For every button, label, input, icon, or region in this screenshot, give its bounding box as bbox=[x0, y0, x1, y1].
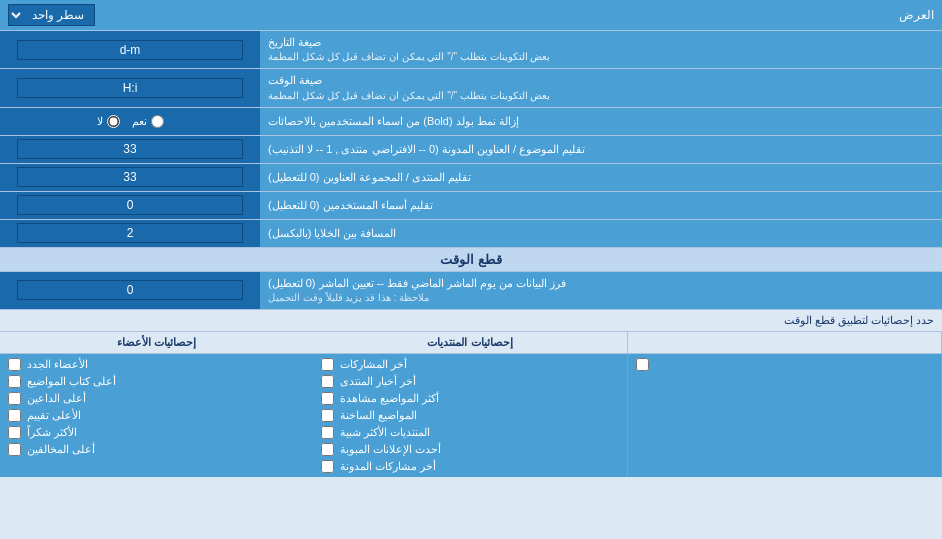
cell-spacing-input-container bbox=[0, 220, 260, 247]
checkbox-label: أعلى الداعين bbox=[27, 392, 86, 405]
time-cutoff-input[interactable] bbox=[17, 280, 244, 300]
col2-checkbox-3[interactable] bbox=[321, 409, 334, 422]
date-format-input-container bbox=[0, 31, 260, 68]
list-item: الأكثر شكراً bbox=[8, 424, 305, 441]
col2-checkbox-1[interactable] bbox=[321, 375, 334, 388]
time-format-label: صيغة الوقت بعض التكوينات يتطلب "/" التي … bbox=[260, 69, 942, 106]
topic-title-label: تقليم الموضوع / العناوين المدونة (0 -- ا… bbox=[260, 136, 942, 163]
col1-checkbox-3[interactable] bbox=[8, 409, 21, 422]
checkbox-label: أعلى كتاب المواضيع bbox=[27, 375, 116, 388]
col2-checkbox-5[interactable] bbox=[321, 443, 334, 456]
checkbox-label: المواضيع الساخنة bbox=[340, 409, 417, 422]
usernames-input-container bbox=[0, 192, 260, 219]
time-format-input[interactable] bbox=[17, 78, 244, 98]
bold-remove-row: إزالة نمط بولد (Bold) من اسماء المستخدمي… bbox=[0, 108, 942, 136]
col1-checkbox-4[interactable] bbox=[8, 426, 21, 439]
topic-title-row: تقليم الموضوع / العناوين المدونة (0 -- ا… bbox=[0, 136, 942, 164]
list-item: أخر مشاركات المدونة bbox=[321, 458, 618, 475]
checkbox-label: أخر أخبار المنتدى bbox=[340, 375, 416, 388]
col3-header bbox=[628, 332, 942, 353]
date-format-label: صيغة التاريخ بعض التكوينات يتطلب "/" الت… bbox=[260, 31, 942, 68]
checkbox-label: المنتديات الأكثر شبية bbox=[340, 426, 430, 439]
checkbox-label: أخر المشاركات bbox=[340, 358, 407, 371]
checkboxes-body: أخر المشاركات أخر أخبار المنتدى أكثر الم… bbox=[0, 354, 942, 477]
col1-header: إحصائيات الأعضاء bbox=[0, 332, 313, 353]
list-item: الأعلى تقييم bbox=[8, 407, 305, 424]
forum-group-row: تقليم المنتدى / المجموعة العناوين (0 للت… bbox=[0, 164, 942, 192]
bold-remove-label: إزالة نمط بولد (Bold) من اسماء المستخدمي… bbox=[260, 108, 942, 135]
cell-spacing-label: المسافة بين الخلايا (بالبكسل) bbox=[260, 220, 942, 247]
usernames-input[interactable] bbox=[17, 195, 244, 215]
topic-title-input[interactable] bbox=[17, 139, 244, 159]
checkbox-label: الأكثر شكراً bbox=[27, 426, 77, 439]
col2-header: إحصائيات المنتديات bbox=[313, 332, 627, 353]
forum-group-input-container bbox=[0, 164, 260, 191]
date-format-input[interactable] bbox=[17, 40, 244, 60]
list-item: أكثر المواضيع مشاهدة bbox=[321, 390, 618, 407]
list-item: المنتديات الأكثر شبية bbox=[321, 424, 618, 441]
checkbox-label: أحدث الإعلانات المبوبة bbox=[340, 443, 441, 456]
topic-title-input-container bbox=[0, 136, 260, 163]
col1-checkbox-1[interactable] bbox=[8, 375, 21, 388]
time-format-input-container bbox=[0, 69, 260, 106]
time-section-header: قطع الوقت bbox=[0, 248, 942, 272]
bold-yes-radio[interactable] bbox=[151, 115, 164, 128]
list-item: أخر أخبار المنتدى bbox=[321, 373, 618, 390]
checkbox-label: أعلى المخالفين bbox=[27, 443, 95, 456]
usernames-label: تقليم أسماء المستخدمين (0 للتعطيل) bbox=[260, 192, 942, 219]
display-label: العرض bbox=[95, 8, 934, 22]
forum-group-input[interactable] bbox=[17, 167, 244, 187]
bold-yes-label: نعم bbox=[132, 115, 164, 128]
checkbox-label: أكثر المواضيع مشاهدة bbox=[340, 392, 439, 405]
col2-checkboxes: أخر المشاركات أخر أخبار المنتدى أكثر الم… bbox=[313, 354, 627, 477]
checkboxes-header: إحصائيات المنتديات إحصائيات الأعضاء bbox=[0, 332, 942, 354]
bold-no-label: لا bbox=[97, 115, 120, 128]
time-cutoff-row: فرز البيانات من يوم الماشر الماضي فقط --… bbox=[0, 272, 942, 310]
col1-checkbox-0[interactable] bbox=[8, 358, 21, 371]
limit-row: حدد إحصائيات لتطبيق قطع الوقت bbox=[0, 310, 942, 332]
list-item: أعلى كتاب المواضيع bbox=[8, 373, 305, 390]
list-item: الأعضاء الجدد bbox=[8, 356, 305, 373]
cell-spacing-row: المسافة بين الخلايا (بالبكسل) bbox=[0, 220, 942, 248]
display-select[interactable]: سطر واحدسطرينثلاثة أسطر bbox=[8, 4, 95, 26]
list-item: أحدث الإعلانات المبوبة bbox=[321, 441, 618, 458]
col1-checkboxes: الأعضاء الجدد أعلى كتاب المواضيع أعلى ال… bbox=[0, 354, 313, 477]
list-item bbox=[636, 356, 933, 373]
col1-checkbox-5[interactable] bbox=[8, 443, 21, 456]
time-format-row: صيغة الوقت بعض التكوينات يتطلب "/" التي … bbox=[0, 69, 942, 107]
list-item: أعلى الداعين bbox=[8, 390, 305, 407]
col2-checkbox-0[interactable] bbox=[321, 358, 334, 371]
checkbox-label: الأعلى تقييم bbox=[27, 409, 81, 422]
usernames-row: تقليم أسماء المستخدمين (0 للتعطيل) bbox=[0, 192, 942, 220]
bold-no-radio[interactable] bbox=[107, 115, 120, 128]
date-format-row: صيغة التاريخ بعض التكوينات يتطلب "/" الت… bbox=[0, 31, 942, 69]
cell-spacing-input[interactable] bbox=[17, 223, 244, 243]
checkbox-label: أخر مشاركات المدونة bbox=[340, 460, 436, 473]
list-item: أعلى المخالفين bbox=[8, 441, 305, 458]
col3-checkbox-0[interactable] bbox=[636, 358, 649, 371]
col1-checkbox-2[interactable] bbox=[8, 392, 21, 405]
col2-checkbox-6[interactable] bbox=[321, 460, 334, 473]
bold-remove-radio-container: نعم لا bbox=[0, 108, 260, 135]
col2-checkbox-4[interactable] bbox=[321, 426, 334, 439]
list-item: أخر المشاركات bbox=[321, 356, 618, 373]
checkbox-label: الأعضاء الجدد bbox=[27, 358, 88, 371]
forum-group-label: تقليم المنتدى / المجموعة العناوين (0 للت… bbox=[260, 164, 942, 191]
list-item: المواضيع الساخنة bbox=[321, 407, 618, 424]
col3-checkboxes bbox=[628, 354, 942, 477]
time-cutoff-label: فرز البيانات من يوم الماشر الماضي فقط --… bbox=[260, 272, 942, 309]
time-cutoff-input-container bbox=[0, 272, 260, 309]
col2-checkbox-2[interactable] bbox=[321, 392, 334, 405]
